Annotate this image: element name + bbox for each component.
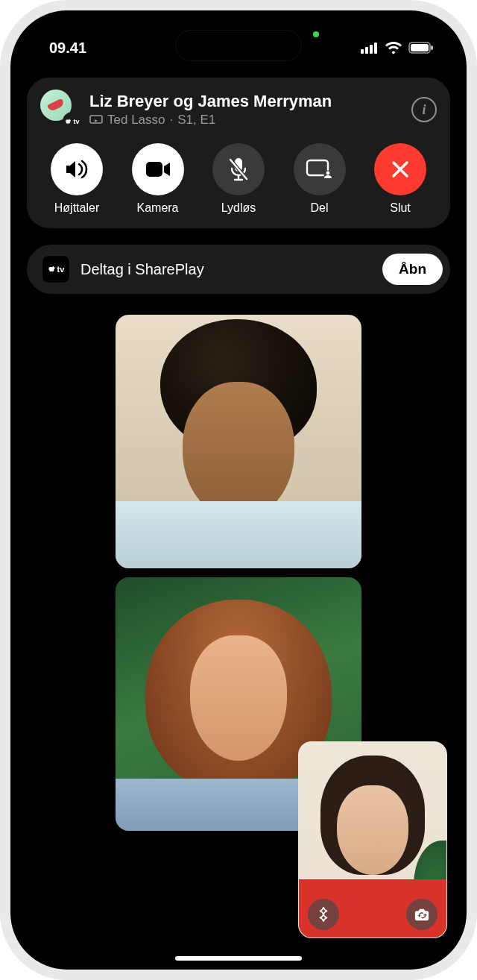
subtitle-episode: S1, E1 xyxy=(177,113,215,128)
svg-rect-8 xyxy=(146,162,162,177)
call-title-block: Liz Breyer og James Merryman Ted Lasso ·… xyxy=(89,92,402,128)
effects-button[interactable] xyxy=(308,899,339,930)
self-view-controls xyxy=(299,899,446,930)
share-button[interactable]: Del xyxy=(286,143,353,215)
svg-rect-2 xyxy=(370,45,373,54)
group-avatar: tv xyxy=(40,89,80,130)
share-icon xyxy=(294,143,346,195)
self-view-tile[interactable] xyxy=(298,741,447,938)
call-title: Liz Breyer og James Merryman xyxy=(89,92,402,111)
info-button[interactable]: i xyxy=(411,97,437,122)
appletv-app-icon: tv xyxy=(42,255,70,283)
shareplay-screen-icon xyxy=(89,115,103,125)
dynamic-island xyxy=(175,30,302,61)
svg-rect-6 xyxy=(431,45,433,50)
shareplay-open-button[interactable]: Åbn xyxy=(382,254,443,285)
camera-icon xyxy=(132,143,184,195)
call-header[interactable]: tv Liz Breyer og James Merryman Ted Lass… xyxy=(40,89,437,130)
flip-camera-button[interactable] xyxy=(406,899,437,930)
device-frame: 09.41 tv xyxy=(0,0,477,980)
mute-label: Lydløs xyxy=(221,201,256,215)
camera-label: Kamera xyxy=(136,201,178,215)
camera-button[interactable]: Kamera xyxy=(124,143,192,215)
call-subtitle: Ted Lasso · S1, E1 xyxy=(89,113,402,128)
svg-rect-0 xyxy=(361,49,364,54)
camera-indicator-dot xyxy=(313,31,319,37)
appletv-badge-icon: tv xyxy=(63,112,82,131)
participant-tile-1[interactable] xyxy=(116,315,361,568)
svg-rect-3 xyxy=(374,43,377,54)
subtitle-show: Ted Lasso xyxy=(107,113,165,128)
wifi-icon xyxy=(385,41,402,54)
participants-area xyxy=(10,307,467,970)
end-button[interactable]: Slut xyxy=(367,143,434,215)
cellular-icon xyxy=(361,42,379,54)
status-right xyxy=(361,41,434,54)
speaker-button[interactable]: Højttaler xyxy=(43,143,110,215)
end-label: Slut xyxy=(390,201,411,215)
shareplay-bar: tv Deltag i SharePlay Åbn xyxy=(27,245,450,294)
svg-rect-1 xyxy=(365,47,368,54)
call-control-panel: tv Liz Breyer og James Merryman Ted Lass… xyxy=(27,78,450,228)
subtitle-sep: · xyxy=(170,113,174,128)
screen: 09.41 tv xyxy=(10,10,467,970)
status-time: 09.41 xyxy=(49,40,86,57)
svg-rect-5 xyxy=(411,44,429,51)
home-indicator[interactable] xyxy=(175,956,302,961)
svg-point-16 xyxy=(326,172,329,175)
control-row: Højttaler Kamera Lydløs xyxy=(40,143,437,215)
close-icon xyxy=(374,143,426,195)
shareplay-label: Deltag i SharePlay xyxy=(80,261,372,278)
battery-icon xyxy=(408,42,434,54)
svg-rect-7 xyxy=(90,116,102,123)
mute-button[interactable]: Lydløs xyxy=(205,143,272,215)
speaker-icon xyxy=(51,143,103,195)
speaker-label: Højttaler xyxy=(54,201,99,215)
mute-icon xyxy=(212,143,265,195)
share-label: Del xyxy=(310,201,328,215)
